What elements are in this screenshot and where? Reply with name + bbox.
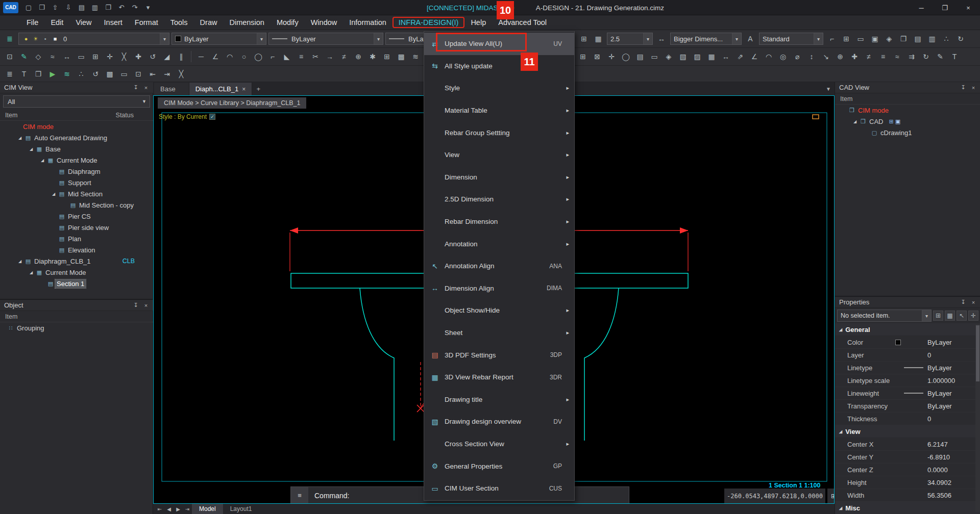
menu-item[interactable]: ⇆ All Style update ▸ bbox=[424, 55, 574, 78]
cad-grid-icon[interactable]: ⊞ bbox=[889, 118, 893, 125]
new-tab-button[interactable]: + bbox=[252, 83, 264, 95]
layer-lock-icon[interactable]: ▪ bbox=[41, 35, 50, 43]
layout-view-icon[interactable]: ❐ bbox=[32, 67, 45, 81]
menu-item[interactable]: Cross Section View ▸ bbox=[424, 433, 574, 455]
property-value[interactable]: 0 bbox=[895, 351, 931, 359]
layer-freeze-icon[interactable]: ☀ bbox=[32, 35, 40, 43]
menu-view[interactable]: View bbox=[69, 17, 97, 28]
group-expander-icon[interactable]: ◢ bbox=[839, 327, 842, 332]
select-window-icon[interactable]: ⊡ bbox=[3, 50, 16, 63]
select-polygon-icon[interactable]: ◇ bbox=[32, 50, 45, 63]
tree-item[interactable]: ◢ CIM mode bbox=[0, 121, 153, 132]
property-value[interactable]: 0 bbox=[895, 415, 931, 423]
menu-item[interactable]: ⚙ General Properties GP ▸ bbox=[424, 455, 574, 477]
menu-item[interactable]: ▦ 3D View Rebar Report 3DR ▸ bbox=[424, 366, 574, 389]
multileader-icon[interactable]: ⌐ bbox=[825, 32, 839, 45]
rotate-icon[interactable]: ↺ bbox=[146, 50, 159, 63]
tree-item[interactable]: ◢ ▤ Plan bbox=[0, 233, 153, 244]
measure-distance-icon[interactable]: ↔ bbox=[60, 50, 74, 63]
boundary-icon[interactable]: ▭ bbox=[117, 67, 131, 81]
align-left-icon[interactable]: ⇤ bbox=[146, 67, 159, 81]
expander-icon[interactable]: ◢ bbox=[851, 119, 859, 124]
expander-icon[interactable]: ◢ bbox=[28, 270, 35, 275]
menu-window[interactable]: Window bbox=[305, 17, 344, 28]
textstyle-combo-arrow[interactable]: ▾ bbox=[814, 33, 823, 44]
next-layout-icon[interactable]: ▶ bbox=[174, 504, 183, 513]
layout-tab[interactable]: Layout1 bbox=[223, 504, 259, 514]
xref-icon[interactable]: ❐ bbox=[897, 32, 910, 45]
text-tool-icon[interactable]: T bbox=[17, 67, 31, 81]
scrollbar-thumb[interactable] bbox=[976, 325, 979, 381]
dim-space-icon[interactable]: ≡ bbox=[876, 50, 890, 63]
expander-icon[interactable]: ◢ bbox=[50, 192, 57, 196]
menu-item[interactable]: Rebar Dimension ▸ bbox=[424, 211, 574, 233]
last-layout-icon[interactable]: ⇥ bbox=[183, 504, 192, 513]
erase-icon[interactable]: ╳ bbox=[117, 50, 131, 63]
tree-item[interactable]: ◢ ▦ Current Mode bbox=[0, 155, 153, 166]
annotation-scale-arrow[interactable]: ▾ bbox=[643, 33, 652, 44]
property-value[interactable]: ByLayer bbox=[895, 402, 952, 410]
point-style-icon[interactable]: ∴ bbox=[940, 32, 953, 45]
color-combo-arrow[interactable]: ▾ bbox=[257, 33, 266, 44]
menu-file[interactable]: File bbox=[20, 17, 44, 28]
array-icon[interactable]: ⊞ bbox=[380, 50, 394, 63]
expander-icon[interactable]: ◢ bbox=[28, 147, 35, 151]
style-checkbox[interactable]: ✓ bbox=[209, 114, 215, 120]
dim-edit-icon[interactable]: ✎ bbox=[934, 50, 947, 63]
image-attach-icon[interactable]: ▤ bbox=[911, 32, 924, 45]
tree-item[interactable]: ◢ ▦ Base bbox=[0, 143, 153, 155]
pin-icon[interactable]: ↧ bbox=[132, 301, 140, 310]
menu-item[interactable]: Sheet ▸ bbox=[424, 322, 574, 344]
copy-icon[interactable]: ❐ bbox=[102, 2, 114, 14]
pin-icon[interactable]: ↧ bbox=[959, 298, 967, 306]
tree-item[interactable]: ◢ ▦ Current Mode bbox=[0, 267, 153, 278]
quick-menu-icon[interactable]: ▾ bbox=[142, 2, 154, 14]
cim-filter-dropdown[interactable]: All ▼ bbox=[3, 95, 150, 108]
redo-icon[interactable]: ↷ bbox=[129, 2, 141, 14]
tree-item[interactable]: ◢ ▤ Diaphragm bbox=[0, 166, 153, 177]
dim-text-edit-icon[interactable]: T bbox=[948, 50, 961, 63]
property-value[interactable]: 1.000000 bbox=[895, 377, 955, 384]
menu-item[interactable]: ↖ Annotation Align ANA ▸ bbox=[424, 255, 574, 277]
section-plane-icon[interactable]: ▨ bbox=[691, 50, 704, 63]
leader-icon[interactable]: ↘ bbox=[819, 50, 832, 63]
expander-icon[interactable]: ◢ bbox=[16, 259, 23, 264]
tree-item[interactable]: ◢ ▤ Pier side view bbox=[0, 222, 153, 233]
offset-icon[interactable]: ≡ bbox=[295, 50, 308, 63]
ortho-toggle-icon[interactable]: ≣ bbox=[3, 67, 16, 81]
underlay-icon[interactable]: ▥ bbox=[925, 32, 939, 45]
property-settings-icon[interactable]: ✛ bbox=[968, 311, 978, 321]
orbit-icon[interactable]: ◯ bbox=[619, 50, 632, 63]
undo-icon[interactable]: ↶ bbox=[115, 2, 128, 14]
property-value[interactable]: 6.2147 bbox=[895, 441, 948, 448]
tree-item[interactable]: ◢ ▤ Elevation bbox=[0, 244, 153, 255]
trim-icon[interactable]: ✂ bbox=[309, 50, 322, 63]
tree-item[interactable]: ◢ ❒ CAD ⊞ ▣ bbox=[835, 116, 980, 127]
expander-icon[interactable]: ◢ bbox=[16, 136, 23, 140]
divide-tool-icon[interactable]: ∴ bbox=[75, 67, 88, 81]
drawing-tab[interactable]: Base × bbox=[154, 83, 189, 95]
group-expander-icon[interactable]: ◢ bbox=[839, 429, 842, 434]
new-file-icon[interactable]: ▢ bbox=[22, 2, 35, 14]
snap-line-icon[interactable]: ─ bbox=[194, 50, 208, 63]
menu-item[interactable]: Style ▸ bbox=[424, 77, 574, 99]
property-value[interactable]: 0.0000 bbox=[895, 466, 948, 474]
menu-item[interactable]: Material Table ▸ bbox=[424, 99, 574, 122]
view-top-icon[interactable]: ▤ bbox=[633, 50, 647, 63]
zoom-extents-icon[interactable]: ⊠ bbox=[591, 50, 604, 63]
block-icon[interactable]: ▣ bbox=[868, 32, 881, 45]
quick-select-icon[interactable]: ⊞ bbox=[933, 311, 943, 321]
dim-break-icon[interactable]: ≠ bbox=[862, 50, 875, 63]
menu-item[interactable]: ▧ Drawing design overview DV ▸ bbox=[424, 410, 574, 433]
import-icon[interactable]: ⇧ bbox=[49, 2, 61, 14]
tree-item[interactable]: ◢ ▤ Section 1 bbox=[0, 278, 153, 289]
selection-dropdown[interactable]: No selected item. ▾ bbox=[837, 310, 932, 322]
refresh-view-icon[interactable]: ↺ bbox=[89, 67, 102, 81]
tree-item[interactable]: ◢ ▤ Pier CS bbox=[0, 211, 153, 222]
property-group-header[interactable]: ◢ View bbox=[835, 425, 980, 438]
layout-tab[interactable]: Model bbox=[192, 504, 223, 514]
group-expander-icon[interactable]: ◢ bbox=[839, 506, 842, 510]
tree-item[interactable]: ◢ ▤ Auto Generated Drawing bbox=[0, 132, 153, 143]
pencil-edit-icon[interactable]: ✎ bbox=[17, 50, 31, 63]
textstyle-combo[interactable]: Standard ▾ bbox=[759, 33, 823, 45]
